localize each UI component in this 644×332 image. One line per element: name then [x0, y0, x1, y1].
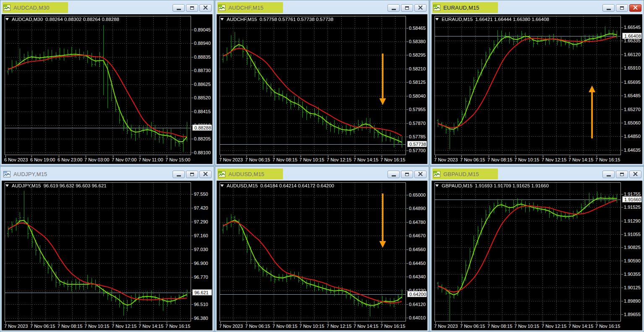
- window-titlebar[interactable]: EURAUD,M15: [432, 2, 642, 14]
- symbol-dropdown-icon[interactable]: [5, 184, 9, 187]
- time-axis-label: 7 Nov 08:15: [58, 324, 82, 329]
- close-button[interactable]: [199, 171, 212, 178]
- price-axis-label: 1.65270: [624, 107, 641, 112]
- price-axis-tick: [191, 43, 193, 44]
- close-button[interactable]: [414, 171, 427, 178]
- window-titlebar[interactable]: GBPAUD,M15: [432, 168, 642, 181]
- price-axis-tick: [406, 69, 408, 69]
- window-buttons: [173, 4, 212, 12]
- titlebar-left: AUDUSD,M15: [218, 169, 264, 179]
- minimize-button[interactable]: [602, 171, 615, 178]
- window-titlebar[interactable]: AUDCAD,M30: [2, 2, 212, 14]
- symbol-dropdown-icon[interactable]: [435, 18, 439, 21]
- price-axis-label: 1.90590: [624, 258, 641, 263]
- window-titlebar[interactable]: AUDUSD,M15: [217, 168, 427, 181]
- time-axis[interactable]: 7 Nov 20237 Nov 06:157 Nov 08:157 Nov 10…: [217, 156, 406, 164]
- time-axis[interactable]: 7 Nov 20237 Nov 06:157 Nov 08:157 Nov 10…: [217, 322, 406, 330]
- titlebar-left: GBPAUD,M15: [433, 169, 479, 179]
- symbol-dropdown-icon[interactable]: [220, 184, 224, 187]
- price-axis[interactable]: 0.64200 0.650000.648900.647800.646700.64…: [406, 181, 427, 322]
- minimize-button[interactable]: [387, 4, 400, 12]
- time-axis[interactable]: 7 Nov 20237 Nov 06:157 Nov 08:157 Nov 10…: [432, 156, 621, 164]
- close-button[interactable]: [629, 4, 641, 12]
- restore-button[interactable]: [186, 4, 198, 12]
- price-axis-tick: [621, 109, 623, 110]
- price-axis-tick: [406, 28, 408, 29]
- time-axis-label: 7 Nov 14:15: [568, 157, 593, 162]
- price-axis-label: 1.91055: [624, 232, 641, 237]
- price-axis-tick: [621, 96, 623, 96]
- price-axis-label: 1.91290: [624, 218, 641, 223]
- time-axis-label: 7 Nov 16:15: [595, 324, 620, 329]
- price-axis-label: 0.88730: [194, 68, 211, 73]
- price-axis[interactable]: 96.621 97.55097.42097.29097.16097.03096.…: [191, 181, 212, 322]
- time-axis-label: 7 Nov 2023: [219, 157, 243, 162]
- price-axis-tick: [406, 123, 408, 124]
- restore-button[interactable]: [186, 171, 198, 178]
- current-price-box: 1.66408: [622, 33, 642, 39]
- time-axis-label: 7 Nov 08:15: [272, 324, 297, 329]
- time-axis-label: 7 Nov 2023: [219, 324, 243, 329]
- price-chart-canvas[interactable]: [217, 14, 406, 156]
- restore-button[interactable]: [401, 171, 413, 178]
- close-icon: [203, 5, 208, 10]
- minimize-button[interactable]: [173, 4, 185, 12]
- time-axis[interactable]: 6 Nov 20236 Nov 19:006 Nov 23:007 Nov 03…: [2, 156, 191, 164]
- restore-button[interactable]: [616, 4, 628, 12]
- price-chart-canvas[interactable]: [2, 14, 191, 156]
- time-axis[interactable]: 7 Nov 20237 Nov 06:157 Nov 08:157 Nov 10…: [432, 322, 621, 330]
- restore-icon: [620, 6, 624, 10]
- window-titlebar[interactable]: AUDCHF,M15: [217, 2, 427, 14]
- chart-window-audjpy: AUDJPY,M15 AUDJPY,M15 96.619 96.632 96.6…: [0, 166, 214, 332]
- price-axis-label: 1.90125: [624, 285, 641, 290]
- price-axis[interactable]: 1.91660 1.917551.915251.912901.910551.90…: [621, 181, 642, 322]
- price-axis-label: 0.64780: [409, 220, 426, 225]
- price-axis-tick: [191, 194, 193, 195]
- time-axis-label: 6 Nov 23:00: [58, 157, 82, 162]
- close-button[interactable]: [199, 4, 212, 12]
- restore-button[interactable]: [401, 4, 413, 12]
- price-axis-tick: [406, 42, 408, 42]
- price-axis-label: 0.57870: [409, 121, 426, 126]
- price-axis[interactable]: 0.88288 0.890450.889400.888350.887300.88…: [191, 14, 212, 156]
- window-titlebar[interactable]: AUDJPY,M15: [2, 168, 212, 181]
- restore-button[interactable]: [616, 171, 628, 178]
- price-axis-label: 1.89655: [624, 312, 641, 317]
- price-axis[interactable]: 0.57738 0.584650.583800.582950.582100.58…: [406, 14, 427, 156]
- minimize-button[interactable]: [173, 171, 185, 178]
- price-axis-label: 1.66120: [624, 52, 641, 57]
- price-chart-canvas[interactable]: [2, 181, 191, 322]
- minimize-icon: [607, 175, 611, 176]
- chart-legend: EURAUD,M15 1.66421 1.66444 1.66380 1.664…: [435, 17, 549, 22]
- window-title: EURAUD,M15: [443, 5, 479, 11]
- price-axis-tick: [621, 247, 623, 248]
- price-axis-label: 96.380: [194, 316, 208, 321]
- time-axis-label: 7 Nov 16:15: [595, 157, 620, 162]
- price-axis-label: 0.58295: [409, 52, 426, 57]
- symbol-dropdown-icon[interactable]: [220, 18, 224, 21]
- price-chart-canvas[interactable]: [217, 181, 406, 322]
- time-axis-label: 7 Nov 06:15: [460, 324, 485, 329]
- price-axis-tick: [191, 277, 193, 278]
- legend-ohlc: 0.57758 0.57761 0.57738 0.57738: [259, 17, 333, 22]
- price-axis[interactable]: 1.66408 1.665451.663351.661201.659101.65…: [621, 14, 642, 156]
- price-chart-canvas[interactable]: [432, 14, 621, 156]
- price-chart-canvas[interactable]: [432, 181, 621, 322]
- time-axis-label: 7 Nov 10:15: [84, 324, 109, 329]
- minimize-button[interactable]: [387, 171, 400, 178]
- price-axis-tick: [621, 301, 623, 301]
- window-title: AUDCAD,M30: [13, 5, 50, 11]
- legend-symbol: GBPAUD,M15: [442, 183, 472, 188]
- time-axis-label: 6 Nov 19:00: [30, 157, 55, 162]
- close-icon: [633, 172, 638, 176]
- close-button[interactable]: [414, 4, 427, 12]
- window-buttons: [173, 170, 212, 178]
- close-button[interactable]: [629, 171, 641, 178]
- symbol-dropdown-icon[interactable]: [435, 184, 439, 187]
- minimize-button[interactable]: [602, 4, 615, 12]
- minimize-icon: [607, 9, 611, 10]
- time-axis-label: 7 Nov 12:15: [542, 324, 566, 329]
- price-axis-tick: [406, 208, 408, 209]
- symbol-dropdown-icon[interactable]: [5, 18, 9, 21]
- time-axis[interactable]: 7 Nov 20237 Nov 06:157 Nov 08:157 Nov 10…: [2, 322, 191, 330]
